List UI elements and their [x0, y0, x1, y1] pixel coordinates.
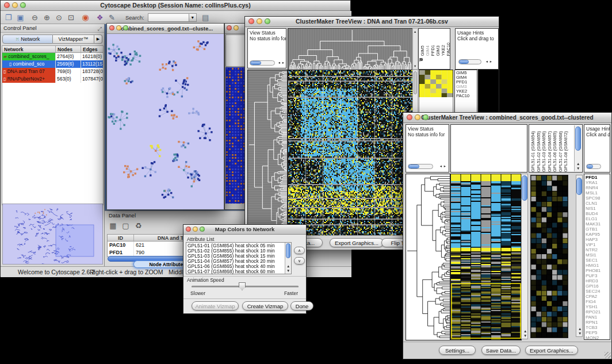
- zoom-in-icon[interactable]: ⊕: [41, 12, 52, 23]
- scroll-down-icon[interactable]: ▼: [578, 331, 582, 336]
- heatmap-scrollbar[interactable]: ▲ ▼: [521, 174, 528, 339]
- close-button[interactable]: [109, 25, 114, 30]
- search-input[interactable]: [148, 13, 189, 22]
- zoom-view-canvas[interactable]: [530, 175, 568, 338]
- animate-vizmap-button[interactable]: Animate Vizmap: [192, 301, 239, 311]
- tab-vizmapper[interactable]: VizMapper™: [53, 35, 94, 44]
- zoom-view-scrollbar[interactable]: ▲ ▼: [576, 175, 583, 337]
- trash-icon[interactable]: ♻: [133, 220, 144, 231]
- gene-label[interactable]: GTB1: [586, 227, 609, 232]
- network-list-header[interactable]: Network Nodes Edges: [2, 46, 103, 53]
- scroll-up-icon[interactable]: ▲: [523, 329, 527, 334]
- column-dendrogram-canvas[interactable]: [288, 28, 413, 71]
- dialog-title-bar[interactable]: Map Colors to Network: [183, 225, 306, 235]
- array-label[interactable]: PFD1: [430, 45, 435, 56]
- attribute-item[interactable]: GPL51-01 (GSM854) heat shock 05 min: [188, 243, 290, 248]
- scroll-down-icon[interactable]: ▼: [523, 334, 527, 338]
- attribute-item[interactable]: GPL51-03 (GSM856) heat shock 15 min: [188, 254, 290, 259]
- attribute-list-scrollbar[interactable]: ▲ ▼: [285, 243, 291, 274]
- scroll-thumb[interactable]: [408, 164, 419, 168]
- gene-label[interactable]: GPI16: [586, 283, 609, 289]
- divider-strip[interactable]: ▴ ▾: [412, 28, 418, 70]
- speed-slider-thumb[interactable]: [239, 282, 246, 290]
- annotation-icon[interactable]: ✎: [106, 12, 117, 23]
- scroll-left-icon[interactable]: ◂: [486, 59, 488, 64]
- zoom-button[interactable]: [200, 227, 205, 232]
- col-id[interactable]: ID: [108, 235, 134, 241]
- minimize-button[interactable]: [415, 114, 420, 120]
- array-label[interactable]: GIM5: [420, 45, 425, 56]
- gene-label[interactable]: RNR4: [586, 185, 609, 190]
- tab-overflow-arrow[interactable]: ▶: [94, 35, 102, 44]
- scroll-right-icon[interactable]: ▸: [490, 59, 492, 64]
- network-list-row[interactable]: ▯RNAPuberNov2+563(0)107847(0): [2, 75, 103, 83]
- scroll-thumb[interactable]: [522, 175, 527, 201]
- gene-label[interactable]: BUD4: [586, 211, 609, 216]
- array-label[interactable]: GPL51-03 (GSM856): [541, 131, 547, 172]
- collapse-up-icon[interactable]: ▴: [414, 29, 416, 34]
- help-icon[interactable]: ◉: [80, 12, 91, 23]
- new-attribute-icon[interactable]: ▢: [120, 220, 131, 231]
- network-list-row[interactable]: ▯combined_sco2569(6)13112(15): [2, 60, 103, 68]
- zoom-button[interactable]: [423, 114, 429, 120]
- array-label[interactable]: GIM3: [435, 45, 441, 56]
- labels-scrollbar[interactable]: ▲ ▼: [574, 125, 582, 171]
- gene-label[interactable]: YRA1: [586, 180, 609, 185]
- gene-label[interactable]: GIM3: [456, 85, 476, 89]
- birdseye-view-canvas[interactable]: [2, 204, 103, 265]
- gene-label[interactable]: SEC24: [586, 289, 609, 294]
- attribute-item[interactable]: GPL51-02 (GSM855) heat shock 10 min: [188, 248, 290, 254]
- main-title-bar[interactable]: Cytoscape Desktop (Session Name: collins…: [1, 1, 350, 11]
- network-list-row[interactable]: ▰combined_scores_2764(0)16218(0): [2, 53, 103, 60]
- minimize-button[interactable]: [193, 227, 198, 232]
- minimize-button[interactable]: [257, 18, 262, 24]
- network-list-row[interactable]: ▯DNA and Tran 07769(0)183728(0): [2, 68, 103, 75]
- close-button[interactable]: [248, 18, 254, 24]
- scroll-down-icon[interactable]: ▼: [576, 166, 580, 171]
- scroll-thumb[interactable]: [414, 71, 417, 94]
- gene-label[interactable]: RPN1: [586, 320, 609, 325]
- attribute-item[interactable]: GPL51-07 (GSM868) heat shock 60 min: [188, 269, 290, 274]
- row-dendrogram-canvas[interactable]: [247, 70, 288, 236]
- gene-label[interactable]: YKE2: [456, 89, 476, 94]
- tab-network[interactable]: ⁙ Network: [2, 35, 53, 44]
- move-down-button[interactable]: ∨: [294, 257, 305, 265]
- scroll-up-icon[interactable]: ▲: [578, 327, 582, 331]
- settings-button[interactable]: Settings...: [439, 346, 476, 355]
- scroll-down-icon[interactable]: ▼: [286, 269, 290, 273]
- gene-label[interactable]: HMG1: [586, 263, 609, 268]
- status-scrollbar[interactable]: [250, 60, 275, 66]
- gene-label[interactable]: SEC1: [586, 258, 609, 263]
- export-graphics-button[interactable]: Export Graphics...: [330, 238, 384, 247]
- gene-label[interactable]: FIG4: [586, 299, 609, 304]
- scroll-thumb[interactable]: [286, 243, 290, 258]
- col-network[interactable]: Network: [2, 46, 56, 52]
- gene-label[interactable]: YSH1: [586, 304, 609, 309]
- row-dendrogram-canvas[interactable]: [406, 174, 450, 340]
- array-label[interactable]: YKE2: [441, 45, 446, 56]
- hints-scrollbar[interactable]: [586, 164, 601, 169]
- status-scrollbar[interactable]: [408, 164, 433, 169]
- attribute-table-icon[interactable]: ▦: [108, 220, 118, 231]
- gene-label[interactable]: PUF3: [586, 273, 609, 278]
- gene-label[interactable]: PFD1: [586, 175, 609, 180]
- close-button[interactable]: [186, 227, 191, 232]
- scroll-thumb[interactable]: [459, 60, 469, 64]
- col-edges[interactable]: Edges: [81, 46, 104, 52]
- scroll-thumb[interactable]: [575, 127, 581, 151]
- scroll-left-icon[interactable]: ◂: [440, 164, 442, 168]
- scroll-thumb[interactable]: [587, 164, 593, 168]
- gene-label[interactable]: NIS1: [586, 206, 609, 211]
- heatmap-canvas[interactable]: [450, 174, 522, 340]
- minimize-button[interactable]: [116, 25, 121, 30]
- done-button[interactable]: Done: [290, 301, 313, 311]
- zoom-selected-icon[interactable]: ⊡: [66, 12, 76, 23]
- vizmapper-shortcut-icon[interactable]: ❖: [94, 12, 105, 23]
- gene-label[interactable]: PHO81: [586, 268, 609, 273]
- save-data-button[interactable]: Save Data...: [481, 346, 521, 355]
- close-button[interactable]: [4, 2, 10, 8]
- gene-label[interactable]: ELG1: [586, 216, 609, 221]
- heatmap-canvas[interactable]: [288, 70, 413, 236]
- array-label[interactable]: GPL51-06 (GSM865): [552, 131, 558, 172]
- gene-label[interactable]: PEP5: [586, 330, 609, 335]
